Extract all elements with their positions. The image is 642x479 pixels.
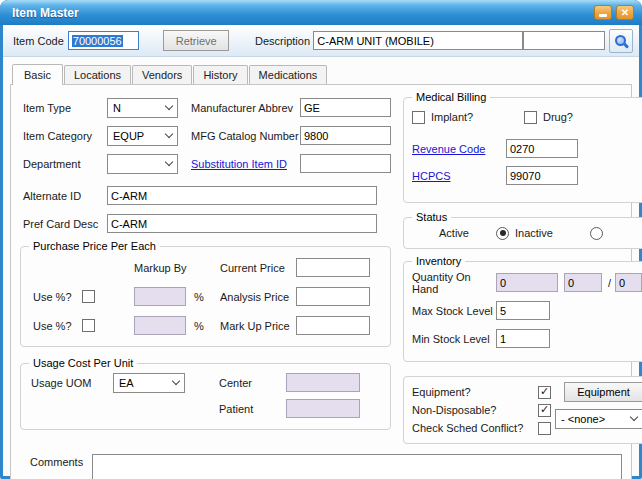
- minimize-button[interactable]: [594, 5, 612, 20]
- equipment-group: Equipment? Non-Disposable? Check Sched C…: [403, 376, 642, 444]
- retrieve-button[interactable]: Retrieve: [163, 30, 229, 51]
- max-stock-level-label: Max Stock Level: [412, 305, 496, 317]
- pref-card-desc-input[interactable]: C-ARM: [107, 214, 377, 233]
- analysis-price-input[interactable]: [296, 287, 370, 306]
- chevron-down-icon: [165, 157, 173, 165]
- main-area: Basic Locations Vendors History Medicati…: [3, 57, 639, 479]
- active-label: Active: [439, 227, 484, 239]
- item-type-value: N: [113, 102, 121, 114]
- tab-locations[interactable]: Locations: [64, 65, 131, 84]
- patient-input[interactable]: [286, 399, 360, 418]
- item-code-selected-text: 70000056: [72, 35, 123, 47]
- sched-conflict-select[interactable]: - <none>: [555, 409, 642, 429]
- hcpcs-value: 99070: [510, 170, 541, 182]
- comments-textarea[interactable]: [92, 454, 622, 479]
- max-stock-level-input[interactable]: 5: [496, 301, 550, 320]
- quantity-on-hand-input-2: 0: [564, 273, 602, 292]
- usage-uom-value: EA: [119, 377, 134, 389]
- sched-conflict-value: - <none>: [561, 413, 605, 425]
- check-sched-conflict-checkbox[interactable]: [538, 422, 551, 435]
- description-input[interactable]: C-ARM UNIT (MOBILE): [313, 31, 522, 50]
- revenue-code-link[interactable]: Revenue Code: [412, 143, 506, 155]
- markup-by-label: Markup By: [134, 262, 186, 274]
- item-category-select[interactable]: EQUP: [107, 126, 178, 146]
- min-stock-value: 1: [500, 333, 506, 345]
- item-type-select[interactable]: N: [107, 98, 178, 118]
- right-column: Medical Billing Implant? Drug?: [403, 97, 642, 444]
- substitution-item-id-input[interactable]: [300, 154, 391, 173]
- qoh-separator: /: [608, 277, 611, 289]
- search-icon: [615, 35, 626, 46]
- revenue-code-value: 0270: [510, 143, 534, 155]
- medical-billing-group: Medical Billing Implant? Drug?: [403, 97, 642, 203]
- use-pct-label-2: Use %?: [33, 320, 72, 332]
- usage-cost-group-title: Usage Cost Per Unit: [29, 357, 137, 369]
- min-stock-level-label: Min Stock Level: [412, 333, 496, 345]
- left-column: Item Type N Manufacturer Abbrev GE Item …: [20, 97, 391, 444]
- alternate-id-label: Alternate ID: [20, 190, 107, 202]
- department-select[interactable]: [107, 154, 178, 174]
- hcpcs-input[interactable]: 99070: [506, 166, 578, 185]
- usage-uom-label: Usage UOM: [29, 377, 113, 389]
- medical-billing-title: Medical Billing: [412, 91, 490, 103]
- min-stock-level-input[interactable]: 1: [496, 329, 550, 348]
- pref-card-desc-value: C-ARM: [111, 218, 147, 230]
- markup-price-input[interactable]: [296, 316, 370, 335]
- hcpcs-link[interactable]: HCPCS: [412, 170, 506, 182]
- qoh-value-2: 0: [568, 277, 574, 289]
- current-price-input[interactable]: [296, 258, 370, 277]
- revenue-code-input[interactable]: 0270: [506, 139, 578, 158]
- tab-basic[interactable]: Basic: [12, 64, 63, 85]
- patient-label: Patient: [219, 403, 277, 415]
- status-group-title: Status: [412, 211, 451, 223]
- equipment-button[interactable]: Equipment: [564, 382, 642, 402]
- item-code-input[interactable]: 70000056: [68, 31, 140, 50]
- item-type-label: Item Type: [20, 102, 107, 114]
- window-title: Item Master: [12, 6, 79, 20]
- drug-label: Drug?: [543, 111, 573, 123]
- center-input[interactable]: [286, 373, 360, 392]
- search-button[interactable]: [609, 29, 633, 53]
- markup-by-input-2[interactable]: [134, 316, 186, 335]
- quantity-on-hand-input-3: 0: [615, 273, 642, 292]
- close-button[interactable]: ✕: [616, 5, 634, 20]
- tab-history[interactable]: History: [193, 65, 247, 84]
- usage-uom-select[interactable]: EA: [113, 373, 185, 393]
- pref-card-desc-label: Pref Card Desc: [20, 218, 107, 230]
- titlebar-buttons: ✕: [594, 5, 634, 20]
- quick-search-input[interactable]: [523, 31, 605, 50]
- substitution-item-id-link[interactable]: Substitution Item ID: [191, 158, 300, 170]
- non-disposable-checkbox[interactable]: [538, 404, 551, 417]
- use-pct-checkbox-1[interactable]: [82, 290, 95, 303]
- minimize-icon: [599, 14, 607, 17]
- mfg-catalog-input[interactable]: 9800: [300, 126, 391, 145]
- tab-vendors[interactable]: Vendors: [132, 65, 192, 84]
- tab-page-basic: Item Type N Manufacturer Abbrev GE Item …: [10, 84, 632, 479]
- tab-medications[interactable]: Medications: [249, 65, 328, 84]
- drug-checkbox[interactable]: [524, 111, 537, 124]
- equipment-checkbox[interactable]: [538, 386, 551, 399]
- description-value: C-ARM UNIT (MOBILE): [317, 35, 434, 47]
- percent-sign-2: %: [194, 320, 208, 332]
- status-group: Status Active Inactive: [403, 217, 642, 249]
- implant-label: Implant?: [431, 111, 473, 123]
- center-label: Center: [219, 377, 277, 389]
- inventory-group: Inventory Quantity On Hand 0 0 / 0 Max S…: [403, 261, 642, 362]
- manufacturer-abbrev-input[interactable]: GE: [300, 98, 391, 117]
- department-label: Department: [20, 158, 107, 170]
- inventory-group-title: Inventory: [412, 255, 465, 267]
- alternate-id-input[interactable]: C-ARM: [107, 186, 377, 205]
- max-stock-value: 5: [500, 305, 506, 317]
- markup-price-label: Mark Up Price: [220, 320, 292, 332]
- titlebar: Item Master ✕: [0, 0, 642, 25]
- qoh-value-3: 0: [619, 277, 625, 289]
- description-label: Description: [255, 35, 313, 47]
- markup-by-input-1[interactable]: [134, 287, 186, 306]
- manufacturer-abbrev-label: Manufacturer Abbrev: [191, 102, 300, 114]
- implant-checkbox[interactable]: [412, 111, 425, 124]
- use-pct-checkbox-2[interactable]: [82, 319, 95, 332]
- inactive-radio[interactable]: [590, 227, 603, 240]
- tab-strip: Basic Locations Vendors History Medicati…: [10, 63, 632, 84]
- active-radio[interactable]: [496, 227, 509, 240]
- close-icon: ✕: [621, 8, 629, 18]
